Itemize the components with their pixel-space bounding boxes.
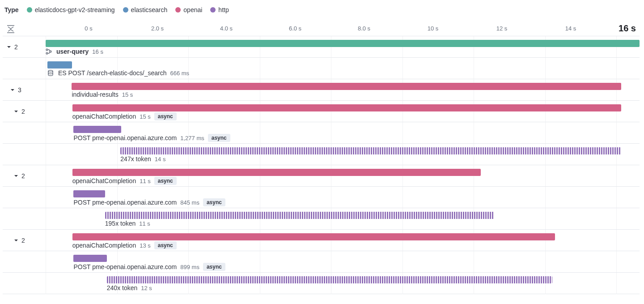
span-bar[interactable] (107, 276, 552, 283)
span-row[interactable]: ES POST /search-elastic-docs/_search666 … (3, 57, 640, 79)
span-lane: ES POST /search-elastic-docs/_search666 … (46, 58, 640, 79)
collapse-all-icon[interactable] (6, 25, 15, 34)
child-count: 2 (21, 237, 25, 244)
legend-item[interactable]: openai (175, 6, 202, 13)
chevron-down-icon (13, 238, 19, 243)
span-name: 247x token (120, 155, 151, 163)
span-row[interactable]: 3individual-results15 s (3, 79, 640, 100)
span-name: 195x token (105, 220, 136, 227)
chevron-down-icon (6, 44, 12, 50)
expand-toggle[interactable]: 2 (13, 172, 25, 180)
span-duration: 13 s (140, 242, 151, 249)
child-count: 2 (14, 43, 18, 51)
span-name: individual-results (72, 91, 118, 98)
time-ruler: 16 s 0 s2.0 s4.0 s6.0 s8.0 s10 s12 s14 s (89, 24, 640, 33)
span-bar[interactable] (73, 255, 106, 262)
span-lane: 240x token12 s (46, 273, 640, 294)
legend: Type elasticdocs-gpt-v2-streamingelastic… (3, 6, 640, 13)
trace-waterfall: Type elasticdocs-gpt-v2-streamingelastic… (0, 0, 644, 294)
child-count: 2 (21, 172, 25, 180)
span-name: openaiChatCompletion (72, 242, 136, 249)
span-name: 240x token (107, 284, 138, 291)
span-duration: 1,277 ms (180, 135, 204, 141)
span-name: POST pme-openai.openai.azure.com (73, 263, 177, 270)
span-label: 195x token11 s (105, 220, 150, 227)
legend-text: http (218, 6, 229, 13)
span-label: POST pme-openai.openai.azure.com845 msas… (73, 198, 225, 206)
ruler-tick: 14 s (565, 25, 576, 32)
span-duration: 11 s (140, 178, 151, 184)
span-lane: 195x token11 s (46, 208, 640, 229)
total-duration: 16 s (619, 23, 636, 34)
async-badge: async (203, 198, 225, 206)
expand-toggle[interactable]: 3 (10, 86, 21, 94)
span-bar[interactable] (72, 104, 621, 111)
span-bar[interactable] (47, 61, 72, 69)
span-duration: 15 s (140, 113, 151, 120)
legend-item[interactable]: http (210, 6, 229, 13)
span-row[interactable]: 240x token12 s (3, 272, 640, 294)
legend-label: Type (4, 6, 19, 13)
span-bar[interactable] (73, 126, 121, 133)
span-bar[interactable] (46, 40, 640, 47)
legend-swatch (27, 7, 32, 13)
span-label: 247x token14 s (120, 155, 165, 163)
span-bar[interactable] (72, 233, 555, 240)
span-bar[interactable] (72, 83, 621, 90)
waterfall-body: 2user-query16 sES POST /search-elastic-d… (3, 36, 640, 294)
legend-text: elasticsearch (131, 6, 168, 13)
span-lane: POST pme-openai.openai.azure.com845 msas… (46, 187, 640, 208)
span-bar[interactable] (105, 212, 494, 219)
ruler-tick: 4.0 s (220, 25, 233, 32)
legend-swatch (175, 7, 181, 13)
span-row[interactable]: 2openaiChatCompletion13 sasync (3, 229, 640, 251)
span-row[interactable]: 2openaiChatCompletion15 sasync (3, 100, 640, 122)
span-lane: 247x token14 s (46, 144, 640, 165)
async-badge: async (154, 241, 177, 249)
span-bar[interactable] (72, 169, 481, 176)
span-bar[interactable] (73, 190, 105, 197)
legend-item[interactable]: elasticdocs-gpt-v2-streaming (27, 6, 115, 13)
span-name: POST pme-openai.openai.azure.com (73, 199, 177, 206)
span-row[interactable]: 247x token14 s (3, 143, 640, 165)
svg-point-2 (46, 49, 48, 51)
child-count: 3 (18, 86, 21, 94)
span-label: openaiChatCompletion13 sasync (72, 241, 177, 249)
legend-swatch (123, 7, 128, 13)
ruler-tick: 0 s (85, 25, 92, 32)
span-lane: individual-results15 s (46, 79, 640, 100)
chevron-down-icon (13, 173, 19, 179)
legend-text: elasticdocs-gpt-v2-streaming (35, 6, 115, 13)
span-row[interactable]: POST pme-openai.openai.azure.com899 msas… (3, 251, 640, 272)
ruler-tick: 10 s (428, 25, 439, 32)
svg-point-3 (46, 52, 48, 54)
span-row[interactable]: 2openaiChatCompletion11 sasync (3, 165, 640, 186)
span-duration: 15 s (122, 91, 133, 98)
span-name: openaiChatCompletion (72, 113, 136, 120)
span-label: individual-results15 s (72, 91, 133, 98)
span-row[interactable]: 2user-query16 s (3, 36, 640, 57)
legend-item[interactable]: elasticsearch (123, 6, 168, 13)
span-lane: user-query16 s (46, 36, 640, 57)
span-label: openaiChatCompletion11 sasync (72, 177, 177, 185)
span-duration: 899 ms (180, 264, 199, 270)
ruler-tick: 2.0 s (151, 25, 164, 32)
span-row[interactable]: 195x token11 s (3, 208, 640, 229)
span-label: ES POST /search-elastic-docs/_search666 … (47, 69, 189, 77)
async-badge: async (154, 177, 177, 185)
span-duration: 666 ms (170, 70, 189, 77)
span-row[interactable]: POST pme-openai.openai.azure.com845 msas… (3, 186, 640, 208)
span-label: POST pme-openai.openai.azure.com1,277 ms… (73, 134, 230, 142)
span-bar[interactable] (120, 147, 621, 154)
ruler-row: 16 s 0 s2.0 s4.0 s6.0 s8.0 s10 s12 s14 s (3, 23, 640, 36)
span-row[interactable]: POST pme-openai.openai.azure.com1,277 ms… (3, 122, 640, 143)
async-badge: async (154, 112, 177, 120)
ruler-tick: 6.0 s (289, 25, 301, 32)
span-duration: 11 s (139, 220, 150, 227)
expand-toggle[interactable]: 2 (13, 108, 25, 115)
expand-toggle[interactable]: 2 (6, 43, 18, 51)
span-label: user-query16 s (46, 48, 103, 55)
span-duration: 14 s (155, 156, 166, 163)
expand-toggle[interactable]: 2 (13, 237, 25, 244)
ruler-tick: 8.0 s (358, 25, 370, 32)
